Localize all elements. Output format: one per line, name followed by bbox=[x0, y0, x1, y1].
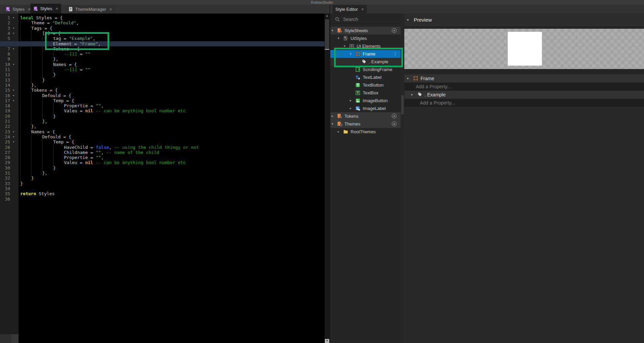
code-line-16[interactable]: Defould = { bbox=[0, 93, 325, 98]
code-line-36[interactable] bbox=[0, 197, 325, 202]
expander-icon[interactable]: ▾ bbox=[332, 120, 333, 128]
collapse-arrow-icon[interactable]: ▾ bbox=[407, 14, 409, 26]
tree-item-label: ImageButton bbox=[363, 97, 388, 105]
code-line-19[interactable]: Valeu = nil -- can be anything bool numb… bbox=[0, 108, 325, 113]
code-token: "" bbox=[96, 155, 101, 160]
code-line-13[interactable]: } bbox=[0, 77, 325, 83]
code-line-31[interactable]: }, bbox=[0, 170, 325, 176]
code-line-1[interactable]: local Styles = { bbox=[0, 15, 325, 20]
code-line-32[interactable]: } bbox=[0, 176, 325, 181]
annotation-box-tree bbox=[334, 48, 403, 67]
textbox-icon: T bbox=[355, 90, 360, 95]
tree-item-imagelabel[interactable]: ▸ImageLabel bbox=[330, 105, 401, 112]
code-line-10[interactable]: Names = { bbox=[0, 62, 325, 67]
code-line-3[interactable]: Tags = { bbox=[0, 26, 325, 31]
script-purple-icon bbox=[6, 7, 10, 12]
code-token: HaveChild = bbox=[64, 145, 96, 150]
code-line-33[interactable]: } bbox=[0, 181, 325, 186]
expander-icon[interactable]: ▾ bbox=[338, 35, 339, 42]
code-line-12[interactable]: } bbox=[0, 72, 325, 77]
tree-item-rootthemes[interactable]: ▸RootThemes bbox=[330, 128, 401, 136]
code-line-30[interactable]: } bbox=[0, 165, 325, 170]
code-token: Names = { bbox=[53, 62, 77, 67]
code-token: }, bbox=[31, 83, 37, 88]
code-line-9[interactable]: }, bbox=[0, 56, 325, 62]
close-icon[interactable]: × bbox=[361, 7, 364, 12]
close-icon[interactable]: × bbox=[28, 7, 30, 12]
code-token: = bbox=[77, 67, 85, 72]
code-line-22[interactable]: }, bbox=[0, 124, 325, 129]
tree-item-label: TextBox bbox=[363, 89, 378, 97]
properties-scrollbar-thumb[interactable] bbox=[401, 95, 404, 114]
search-input[interactable]: Search bbox=[330, 15, 401, 24]
code-token: , bbox=[101, 155, 104, 160]
expander-icon[interactable]: ▾ bbox=[411, 91, 413, 99]
window-title: RobloxStudio bbox=[311, 0, 333, 4]
code-line-35[interactable]: return Styles bbox=[0, 191, 325, 196]
code-line-27[interactable]: Childname = "", -- name of the child bbox=[0, 150, 325, 155]
code-token: -- using the child thingy or not bbox=[114, 145, 199, 150]
expander-icon[interactable]: ▸ bbox=[350, 105, 352, 112]
close-icon[interactable]: × bbox=[110, 7, 112, 12]
editor-tab-styles[interactable]: Styles× bbox=[3, 5, 34, 14]
scroll-up-icon[interactable]: ▲ bbox=[325, 14, 330, 18]
tree-item-tokens[interactable]: ▸Tokens+ bbox=[330, 112, 401, 120]
code-line-29[interactable]: Valeu = nil -- can be anything bool numb… bbox=[0, 160, 325, 165]
code-line-14[interactable]: }, bbox=[0, 83, 325, 88]
code-line-28[interactable]: Propertie = "", bbox=[0, 155, 325, 160]
add-icon[interactable]: + bbox=[392, 28, 397, 33]
panel-tab-style-editor[interactable]: Style Editor× bbox=[332, 5, 367, 14]
code-line-2[interactable]: Theme = "Defould", bbox=[0, 20, 325, 25]
code-line-26[interactable]: HaveChild = false, -- using the child th… bbox=[0, 145, 325, 150]
expander-icon[interactable]: ▾ bbox=[407, 74, 409, 83]
expander-icon[interactable]: ▸ bbox=[338, 128, 339, 136]
editor-vertical-scrollbar[interactable]: ▲ ▼ bbox=[325, 14, 330, 343]
tree-item-stylesheets[interactable]: ▾StyleSheets+ bbox=[330, 27, 401, 35]
imagelabel-icon bbox=[355, 106, 360, 111]
scroll-down-icon[interactable]: ▼ bbox=[325, 339, 329, 343]
code-line-24[interactable]: Defould = { bbox=[0, 134, 325, 139]
close-icon[interactable]: × bbox=[55, 6, 58, 11]
property-group-example[interactable]: ▾. Example bbox=[404, 91, 644, 99]
script-editor[interactable]: 1▾23▾4▾567▾8910▾1112131415▾16▾17▾1819202… bbox=[0, 14, 330, 343]
code-line-20[interactable]: } bbox=[0, 114, 325, 119]
add-icon[interactable]: + bbox=[392, 114, 397, 118]
code-token: -- name of the child bbox=[106, 150, 160, 155]
code-token: } bbox=[20, 181, 23, 186]
tree-item-imagebutton[interactable]: ▸ImageButton bbox=[330, 97, 401, 105]
expander-icon[interactable]: ▸ bbox=[332, 112, 333, 120]
code-line-34[interactable] bbox=[0, 186, 325, 191]
code-token: Defould = { bbox=[42, 134, 71, 139]
code-line-18[interactable]: Propertie = "", bbox=[0, 103, 325, 108]
code-token: Valeu = bbox=[64, 160, 85, 165]
code-line-23[interactable]: Names = { bbox=[0, 129, 325, 134]
editor-tab-thememanager[interactable]: ThemeManager× bbox=[65, 5, 115, 14]
code-line-15[interactable]: Tokens = { bbox=[0, 88, 325, 93]
tree-item-textbox[interactable]: TTextBox bbox=[330, 89, 401, 97]
code-line-25[interactable]: Temp = { bbox=[0, 139, 325, 144]
code-token: , bbox=[101, 150, 106, 155]
preview-section-header[interactable]: ▾ Preview bbox=[404, 14, 644, 26]
code-line-21[interactable]: }, bbox=[0, 119, 325, 124]
tree-item-textlabel[interactable]: TTextLabel bbox=[330, 73, 401, 81]
expander-icon[interactable]: ▾ bbox=[332, 27, 333, 35]
tree-item-label: ImageLabel bbox=[363, 105, 386, 112]
code-line-17[interactable]: Temp = { bbox=[0, 98, 325, 103]
tree-item-themes[interactable]: ▾Themes+ bbox=[330, 120, 401, 128]
code-line-8[interactable]: --[1] = "" bbox=[0, 51, 325, 56]
svg-text:T: T bbox=[357, 83, 359, 87]
code-token: Tags = { bbox=[31, 26, 52, 31]
tree-item-uistyles[interactable]: ▾UiStyles bbox=[330, 35, 401, 42]
add-property-row[interactable]: Add a Property... bbox=[404, 99, 644, 107]
tree-item-textbutton[interactable]: TTextButton bbox=[330, 81, 401, 89]
search-icon bbox=[335, 17, 340, 22]
code-token: } bbox=[42, 77, 45, 83]
add-property-row[interactable]: Add a Property... bbox=[404, 83, 644, 91]
code-line-11[interactable]: --[1] = "" bbox=[0, 67, 325, 72]
add-icon[interactable]: + bbox=[392, 121, 397, 126]
editor-tab-styles[interactable]: Styles× bbox=[30, 4, 61, 14]
expander-icon[interactable]: ▸ bbox=[350, 97, 352, 105]
scrollbar-thumb[interactable] bbox=[325, 19, 329, 50]
property-group-frame[interactable]: ▾Frame bbox=[404, 74, 644, 83]
tree-item-label: TextButton bbox=[363, 81, 383, 89]
